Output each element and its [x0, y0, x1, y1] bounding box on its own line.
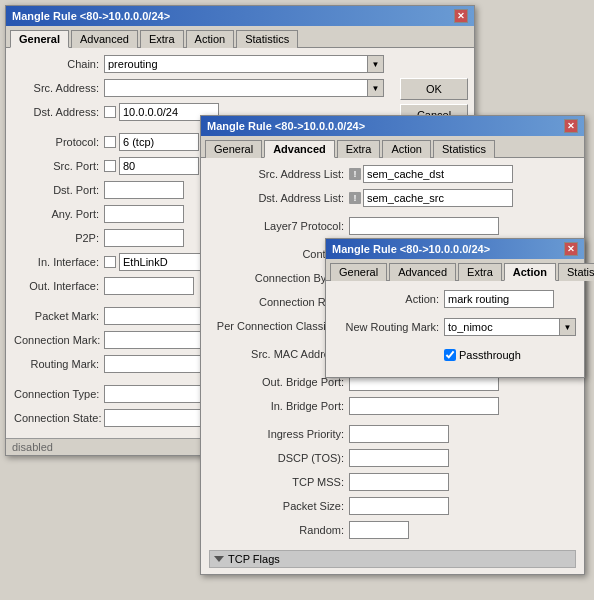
dst-addr-list-input[interactable]	[363, 189, 513, 207]
dscp-label: DSCP (TOS):	[209, 452, 349, 464]
layer7-row: Layer7 Protocol:	[209, 216, 576, 236]
connection-mark-label: Connection Mark:	[14, 334, 104, 346]
protocol-checkbox[interactable]	[104, 136, 116, 148]
window3-content: Action: New Routing Mark: ▼ Passthrough	[326, 281, 584, 377]
dst-addr-list-indicator: !	[349, 192, 361, 204]
tab-extra-3[interactable]: Extra	[458, 263, 502, 281]
ingress-priority-label: Ingress Priority:	[209, 428, 349, 440]
connection-state-label: Connection State:	[14, 412, 104, 424]
window-3: Mangle Rule <80->10.0.0.0/24> ✕ General …	[325, 238, 585, 378]
tab-action-2[interactable]: Action	[382, 140, 431, 158]
passthrough-row: Passthrough	[334, 345, 576, 365]
src-port-checkbox[interactable]	[104, 160, 116, 172]
dscp-input[interactable]	[349, 449, 449, 467]
any-port-label: Any. Port:	[14, 208, 104, 220]
title-bar-1: Mangle Rule <80->10.0.0.0/24> ✕	[6, 6, 474, 26]
chain-row: Chain: ▼	[14, 54, 384, 74]
title-bar-3: Mangle Rule <80->10.0.0.0/24> ✕	[326, 239, 584, 259]
ingress-priority-input[interactable]	[349, 425, 449, 443]
tab-advanced-2[interactable]: Advanced	[264, 140, 335, 158]
protocol-input[interactable]	[119, 133, 199, 151]
connection-mark-input[interactable]	[104, 331, 204, 349]
window-title-2: Mangle Rule <80->10.0.0.0/24>	[207, 120, 365, 132]
packet-mark-label: Packet Mark:	[14, 310, 104, 322]
tab-statistics-3[interactable]: Statistics	[558, 263, 594, 281]
connection-type-label: Connection Type:	[14, 388, 104, 400]
layer7-label: Layer7 Protocol:	[209, 220, 349, 232]
title-bar-buttons-3: ✕	[564, 242, 578, 256]
packet-size-row: Packet Size:	[209, 496, 576, 516]
close-button-1[interactable]: ✕	[454, 9, 468, 23]
p2p-label: P2P:	[14, 232, 104, 244]
chain-label: Chain:	[14, 58, 104, 70]
packet-mark-input[interactable]	[104, 307, 204, 325]
dst-port-label: Dst. Port:	[14, 184, 104, 196]
connection-state-input[interactable]	[104, 409, 204, 427]
chain-input[interactable]	[104, 55, 384, 73]
p2p-input[interactable]	[104, 229, 184, 247]
in-bridge-port-label: In. Bridge Port:	[209, 400, 349, 412]
dst-addr-list-row: Dst. Address List: !	[209, 188, 576, 208]
src-addr-list-input[interactable]	[363, 165, 513, 183]
close-button-3[interactable]: ✕	[564, 242, 578, 256]
new-routing-mark-row: New Routing Mark: ▼	[334, 317, 576, 337]
new-routing-mark-input[interactable]	[444, 318, 576, 336]
tcp-mss-label: TCP MSS:	[209, 476, 349, 488]
connection-type-input[interactable]	[104, 385, 204, 403]
tab-statistics-2[interactable]: Statistics	[433, 140, 495, 158]
tcp-flags-row[interactable]: TCP Flags	[209, 550, 576, 568]
random-label: Random:	[209, 524, 349, 536]
tab-general-1[interactable]: General	[10, 30, 69, 48]
tab-extra-1[interactable]: Extra	[140, 30, 184, 48]
title-bar-2: Mangle Rule <80->10.0.0.0/24> ✕	[201, 116, 584, 136]
tab-action-1[interactable]: Action	[186, 30, 235, 48]
in-bridge-port-row: In. Bridge Port:	[209, 396, 576, 416]
ingress-priority-row: Ingress Priority:	[209, 424, 576, 444]
out-interface-label: Out. Interface:	[14, 280, 104, 292]
passthrough-checkbox[interactable]	[444, 349, 456, 361]
dst-addr-list-field: !	[349, 189, 576, 207]
tab-extra-2[interactable]: Extra	[337, 140, 381, 158]
dscp-row: DSCP (TOS):	[209, 448, 576, 468]
window-title-3: Mangle Rule <80->10.0.0.0/24>	[332, 243, 490, 255]
passthrough-wrapper: Passthrough	[444, 349, 521, 361]
tab-action-3[interactable]: Action	[504, 263, 556, 281]
action-input[interactable]	[444, 290, 554, 308]
action-label: Action:	[334, 293, 444, 305]
tcp-mss-input[interactable]	[349, 473, 449, 491]
src-address-row: Src. Address: ▼	[14, 78, 384, 98]
window-title-1: Mangle Rule <80->10.0.0.0/24>	[12, 10, 170, 22]
tab-bar-2: General Advanced Extra Action Statistics	[201, 136, 584, 158]
dst-addr-list-label: Dst. Address List:	[209, 192, 349, 204]
tab-general-2[interactable]: General	[205, 140, 262, 158]
close-button-2[interactable]: ✕	[564, 119, 578, 133]
routing-mark-input[interactable]	[104, 355, 204, 373]
protocol-label: Protocol:	[14, 136, 104, 148]
in-bridge-port-input[interactable]	[349, 397, 499, 415]
src-address-input[interactable]	[104, 79, 384, 97]
random-input[interactable]	[349, 521, 409, 539]
in-interface-label: In. Interface:	[14, 256, 104, 268]
src-port-input[interactable]	[119, 157, 199, 175]
out-interface-input[interactable]	[104, 277, 194, 295]
in-interface-checkbox[interactable]	[104, 256, 116, 268]
tab-general-3[interactable]: General	[330, 263, 387, 281]
ok-button[interactable]: OK	[400, 78, 468, 100]
tcp-mss-row: TCP MSS:	[209, 472, 576, 492]
layer7-input[interactable]	[349, 217, 499, 235]
src-addr-list-label: Src. Address List:	[209, 168, 349, 180]
title-bar-buttons-2: ✕	[564, 119, 578, 133]
status-text-1: disabled	[12, 441, 53, 453]
tab-statistics-1[interactable]: Statistics	[236, 30, 298, 48]
packet-size-input[interactable]	[349, 497, 449, 515]
dst-address-label: Dst. Address:	[14, 106, 104, 118]
dst-port-input[interactable]	[104, 181, 184, 199]
action-row: Action:	[334, 289, 576, 309]
new-routing-mark-label: New Routing Mark:	[334, 321, 444, 333]
in-interface-input[interactable]	[119, 253, 209, 271]
any-port-input[interactable]	[104, 205, 184, 223]
tab-advanced-3[interactable]: Advanced	[389, 263, 456, 281]
tab-advanced-1[interactable]: Advanced	[71, 30, 138, 48]
tcp-flags-label: TCP Flags	[228, 553, 280, 565]
dst-address-checkbox[interactable]	[104, 106, 116, 118]
